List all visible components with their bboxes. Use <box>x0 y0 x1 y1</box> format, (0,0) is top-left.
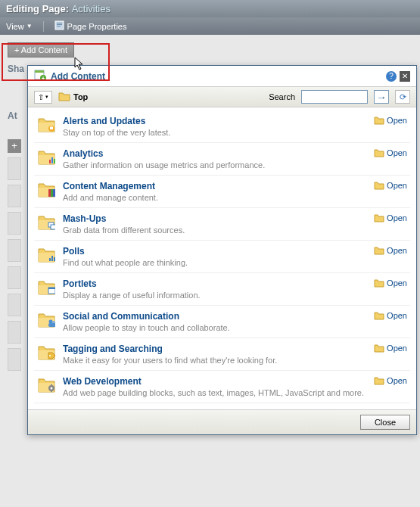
shade-block <box>8 266 21 289</box>
open-label: Open <box>387 246 407 255</box>
catalog-row: Content ManagementAdd and manage content… <box>34 176 410 208</box>
category-description: Find out what people are thinking. <box>63 258 374 267</box>
view-menu-label: View <box>6 22 24 31</box>
folder-icon <box>37 148 55 166</box>
open-link[interactable]: Open <box>374 148 407 157</box>
properties-icon <box>54 20 64 32</box>
svg-point-25 <box>49 355 51 356</box>
up-button[interactable]: ⇧▾ <box>34 91 52 104</box>
open-link[interactable]: Open <box>374 181 407 190</box>
category-title-link[interactable]: Web Development <box>63 376 142 387</box>
search-go-button[interactable]: → <box>374 90 389 104</box>
svg-rect-19 <box>54 257 55 261</box>
chevron-down-icon: ▼ <box>26 23 33 30</box>
svg-rect-3 <box>57 26 61 26</box>
svg-rect-24 <box>48 323 55 327</box>
refresh-button[interactable]: ⟳ <box>395 90 410 104</box>
shade-block <box>8 294 21 316</box>
help-icon[interactable]: ? <box>386 71 397 82</box>
category-title-link[interactable]: Social and Communication <box>63 311 179 322</box>
open-link[interactable]: Open <box>374 311 407 320</box>
open-link[interactable]: Open <box>374 246 407 255</box>
category-title-link[interactable]: Mash-Ups <box>63 213 106 224</box>
svg-rect-12 <box>48 189 51 197</box>
dialog-toolbar: ⇧▾ Top Search → ⟳ <box>28 87 416 107</box>
open-link[interactable]: Open <box>374 376 407 385</box>
page-properties-label: Page Properties <box>67 22 127 31</box>
category-description: Make it easy for your users to find what… <box>63 356 374 365</box>
add-content-icon: + <box>34 70 46 82</box>
catalog-row: AnalyticsGather information on usage met… <box>34 143 410 176</box>
svg-rect-10 <box>51 157 53 163</box>
shade-block <box>8 185 21 207</box>
shade-block <box>8 321 21 344</box>
open-label: Open <box>387 278 407 288</box>
svg-text:+: + <box>42 76 45 80</box>
svg-rect-2 <box>57 24 62 25</box>
catalog-row: Social and CommunicationAllow people to … <box>34 306 410 338</box>
catalog-row: PortletsDisplay a range of useful inform… <box>34 273 410 306</box>
dialog-titlebar: + Add Content ? ✕ <box>28 66 416 87</box>
breadcrumb-top[interactable]: Top <box>58 91 88 103</box>
add-region-button[interactable]: + <box>8 139 21 153</box>
page-properties-button[interactable]: Page Properties <box>54 20 127 32</box>
category-description: Stay on top of the very latest. <box>63 128 374 137</box>
svg-rect-11 <box>54 159 55 163</box>
open-label: Open <box>387 213 407 222</box>
open-link[interactable]: Open <box>374 278 407 288</box>
editor-toolbar: View ▼ Page Properties <box>0 17 420 35</box>
catalog-row: Mash-UpsGrab data from different sources… <box>34 208 410 241</box>
dialog-footer: Close <box>28 409 416 434</box>
open-label: Open <box>387 311 407 320</box>
search-input[interactable] <box>301 90 368 104</box>
svg-point-27 <box>51 387 53 390</box>
folder-icon <box>37 311 55 329</box>
open-link[interactable]: Open <box>374 344 407 353</box>
open-link[interactable]: Open <box>374 213 407 222</box>
folder-icon <box>37 344 55 362</box>
open-label: Open <box>387 344 407 353</box>
up-icon: ⇧ <box>38 93 44 101</box>
category-description: Add and manage content. <box>63 193 374 202</box>
category-title-link[interactable]: Content Management <box>63 181 155 191</box>
svg-rect-9 <box>49 160 51 163</box>
chevron-down-icon: ▾ <box>45 94 48 100</box>
close-icon[interactable]: ✕ <box>400 71 410 82</box>
svg-rect-13 <box>51 189 53 197</box>
category-title-link[interactable]: Analytics <box>63 148 103 159</box>
svg-rect-5 <box>35 70 44 73</box>
svg-rect-16 <box>51 225 55 229</box>
folder-icon <box>37 376 55 394</box>
view-menu[interactable]: View ▼ <box>6 22 33 31</box>
add-content-button[interactable]: + Add Content <box>8 42 74 58</box>
folder-icon <box>37 278 55 297</box>
category-title-link[interactable]: Alerts and Updates <box>63 116 145 126</box>
shade-block <box>8 157 21 180</box>
svg-rect-1 <box>57 23 62 23</box>
shade-block <box>8 239 21 262</box>
folder-icon <box>37 213 55 232</box>
svg-rect-28 <box>51 384 52 386</box>
folder-icon <box>37 246 55 264</box>
header-prefix: Editing Page: <box>6 3 69 14</box>
open-link[interactable]: Open <box>374 116 407 125</box>
category-title-link[interactable]: Portlets <box>63 278 97 289</box>
svg-point-22 <box>49 320 53 324</box>
catalog-row: Web DevelopmentAdd web page building blo… <box>34 371 410 403</box>
search-label: Search <box>269 92 295 101</box>
svg-rect-17 <box>49 258 51 261</box>
svg-rect-14 <box>53 189 55 197</box>
category-title-link[interactable]: Polls <box>63 246 85 257</box>
folder-icon <box>37 181 55 199</box>
svg-rect-29 <box>51 390 52 392</box>
category-description: Allow people to stay in touch and collab… <box>63 323 374 332</box>
close-button[interactable]: Close <box>360 415 410 430</box>
catalog-list: Alerts and UpdatesStay on top of the ver… <box>28 107 416 409</box>
category-description: Display a range of useful information. <box>63 291 374 300</box>
folder-icon <box>37 116 55 134</box>
category-title-link[interactable]: Tagging and Searching <box>63 344 163 354</box>
category-description: Gather information on usage metrics and … <box>63 160 374 170</box>
editing-page-header: Editing Page: Activities <box>0 0 420 17</box>
header-page-name: Activities <box>72 3 110 14</box>
catalog-row: Tagging and SearchingMake it easy for yo… <box>34 338 410 371</box>
